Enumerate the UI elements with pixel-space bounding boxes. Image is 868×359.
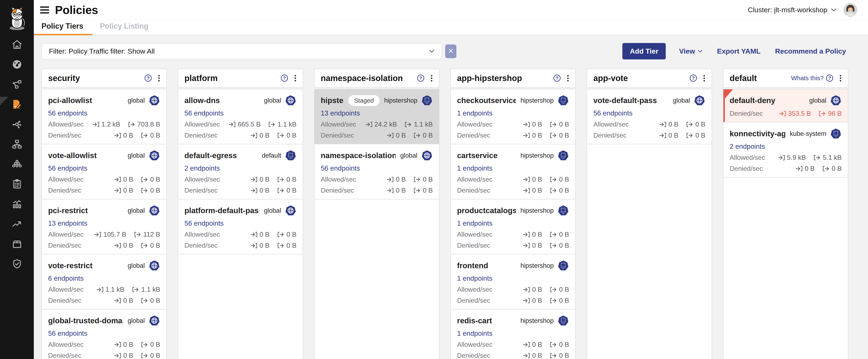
egress-arrow-icon — [277, 133, 284, 138]
policy-card-namespace-isolation-default-p[interactable]: namespace-isolation-default-p… global 56… — [314, 144, 439, 199]
endpoints-link[interactable]: 13 endpoints — [321, 109, 360, 117]
topology-icon — [11, 79, 23, 91]
ingress-arrow-icon — [523, 121, 530, 127]
sidebar-item-cluster-dots-icon[interactable] — [11, 159, 23, 170]
policy-name: allow-dns — [184, 96, 220, 105]
endpoints-link[interactable]: 56 endpoints — [184, 219, 224, 227]
whats-this-link[interactable]: ? — [415, 75, 424, 82]
whats-this-link[interactable]: ? — [687, 75, 697, 82]
clear-filter-button[interactable] — [445, 45, 456, 58]
global-icon — [285, 205, 297, 217]
whats-this-link[interactable]: ? — [551, 75, 561, 82]
traffic-metric-row: Allowed/sec 665.5 B 1.1 kB — [184, 120, 297, 128]
whats-this-link[interactable]: ? — [278, 75, 288, 82]
view-menu-button[interactable]: View — [678, 47, 704, 55]
policy-name: namespace-isolation-default-p… — [321, 151, 396, 160]
ingress-arrow-icon — [779, 111, 786, 116]
kebab-menu-icon[interactable] — [157, 74, 161, 83]
sidebar-item-shield-check-icon[interactable] — [11, 258, 23, 270]
egress-arrow-icon — [141, 342, 148, 348]
endpoints-link[interactable]: 13 endpoints — [48, 219, 87, 227]
endpoints-link[interactable]: 1 endpoints — [457, 164, 493, 172]
export-yaml-button[interactable]: Export YAML — [716, 47, 762, 55]
recommend-policy-button[interactable]: Recommend a Policy — [774, 47, 847, 55]
endpoints-link[interactable]: 1 endpoints — [457, 274, 493, 282]
policy-name: hipstershop-gh… — [321, 96, 344, 105]
policy-card-platform-default-pass[interactable]: platform-default-pass global 56 endpoint… — [178, 199, 303, 254]
namespace-icon: ns — [557, 150, 569, 161]
egress-arrow-icon — [814, 155, 821, 161]
svg-text:ns: ns — [562, 268, 564, 270]
sidebar-item-bar-chart-icon[interactable] — [11, 199, 23, 210]
whats-this-link[interactable]: Whats this? ? — [791, 75, 833, 82]
policy-card-vote-restrict[interactable]: vote-restrict global 6 endpoints Allowed… — [42, 254, 166, 309]
policy-card-cartservice[interactable]: cartservice hipstershop ns 1 endpoints A… — [451, 144, 575, 199]
endpoints-link[interactable]: 2 endpoints — [184, 164, 220, 172]
sidebar-item-clipboard-icon[interactable] — [11, 179, 23, 190]
tab-policy-tiers[interactable]: Policy Tiers — [41, 22, 83, 35]
policy-card-vote-default-pass[interactable]: vote-default-pass global 56 endpoints Al… — [587, 89, 712, 144]
sidebar-item-sitemap-icon[interactable] — [11, 139, 23, 150]
policy-card-vote-allowlist[interactable]: vote-allowlist global 56 endpoints Allow… — [42, 144, 166, 199]
endpoints-link[interactable]: 1 endpoints — [457, 330, 493, 337]
endpoints-link[interactable]: 6 endpoints — [48, 274, 84, 282]
metric-label: Allowed/sec — [457, 341, 493, 349]
endpoints-link[interactable]: 56 endpoints — [184, 109, 224, 117]
metric-label: Allowed/sec — [184, 175, 220, 183]
kebab-menu-icon[interactable] — [566, 74, 570, 83]
endpoints-link[interactable]: 56 endpoints — [48, 330, 87, 337]
kebab-menu-icon[interactable] — [702, 74, 706, 83]
endpoints-link[interactable]: 56 endpoints — [48, 109, 87, 117]
sidebar-item-home-icon[interactable] — [11, 39, 23, 51]
user-avatar[interactable] — [843, 3, 857, 17]
hamburger-menu-button[interactable] — [40, 6, 49, 13]
add-tier-button[interactable]: Add Tier — [622, 43, 666, 59]
metric-label: Allowed/sec — [321, 120, 356, 128]
ingress-arrow-icon — [250, 176, 257, 183]
kebab-menu-icon[interactable] — [430, 74, 434, 83]
policy-name: cartservice — [457, 151, 497, 160]
policy-card-frontend[interactable]: frontend hipstershop ns 1 endpoints Allo… — [451, 254, 575, 309]
sidebar-item-trending-up-icon[interactable] — [11, 219, 23, 230]
sidebar-item-molecule-icon[interactable] — [11, 119, 23, 131]
policy-card-global-trusted-domains[interactable]: global-trusted-domains global 56 endpoin… — [42, 309, 166, 359]
policy-card-productcatalogservice[interactable]: productcatalogservice hipstershop ns 1 e… — [451, 199, 575, 254]
endpoints-link[interactable]: 56 endpoints — [593, 109, 632, 117]
tab-policy-listing[interactable]: Policy Listing — [100, 22, 148, 35]
endpoints-link[interactable]: 1 endpoints — [457, 219, 493, 227]
svg-text:ns: ns — [562, 103, 564, 104]
policy-card-konnectivity-agent[interactable]: konnectivity-agent kube-system ns 2 endp… — [723, 122, 848, 177]
endpoints-link[interactable]: 56 endpoints — [48, 164, 87, 172]
ingress-arrow-icon — [523, 298, 530, 304]
policy-card-default-egress[interactable]: default-egress default ns 2 endpoints Al… — [178, 144, 303, 199]
ingress-value: 353.5 B — [788, 110, 811, 117]
policy-card-allow-dns[interactable]: allow-dns global 56 endpoints Allowed/se… — [178, 89, 303, 144]
sidebar-item-policy-edit-icon[interactable] — [11, 99, 23, 111]
whats-this-link[interactable]: ? — [142, 75, 152, 82]
traffic-metric-row: Allowed/sec 0 B 0 B — [184, 230, 297, 238]
policy-card-redis-cart[interactable]: redis-cart hipstershop ns 1 endpoints Al… — [451, 309, 575, 359]
policy-card-hipstershop-gh[interactable]: hipstershop-gh… Staged hipstershop ns 13… — [314, 89, 439, 144]
calico-cat-logo[interactable] — [0, 0, 34, 35]
policy-scope-label: global — [400, 152, 417, 159]
ingress-arrow-icon — [523, 188, 530, 193]
endpoints-link[interactable]: 1 endpoints — [457, 109, 493, 117]
sidebar-item-package-icon[interactable] — [11, 239, 23, 250]
sidebar-item-gauge-icon[interactable] — [11, 59, 23, 71]
policy-card-checkoutservice[interactable]: checkoutservice hipstershop ns 1 endpoin… — [451, 89, 575, 144]
cluster-selector[interactable]: Cluster: jlt-msft-workshop — [746, 6, 838, 14]
question-circle-icon: ? — [145, 75, 152, 82]
endpoints-link[interactable]: 2 endpoints — [730, 142, 765, 150]
endpoints-link[interactable]: 56 endpoints — [321, 164, 360, 172]
policy-card-pci-allowlist[interactable]: pci-allowlist global 56 endpoints Allowe… — [42, 89, 166, 144]
kebab-menu-icon[interactable] — [293, 74, 297, 83]
traffic-metric-row: Allowed/sec 105.7 B 112 B — [48, 230, 160, 238]
svg-text:ns: ns — [562, 213, 564, 214]
question-circle-icon: ? — [417, 75, 424, 82]
egress-arrow-icon — [686, 133, 693, 138]
policy-card-default-deny[interactable]: default-deny global Denied/sec 353.5 B 9… — [723, 89, 848, 122]
kebab-menu-icon[interactable] — [839, 74, 842, 83]
policy-card-pci-restrict[interactable]: pci-restrict global 13 endpoints Allowed… — [42, 199, 166, 254]
sidebar-item-topology-icon[interactable] — [11, 79, 23, 90]
policy-traffic-filter-select[interactable]: Filter: Policy Traffic filter: Show All — [41, 43, 442, 59]
